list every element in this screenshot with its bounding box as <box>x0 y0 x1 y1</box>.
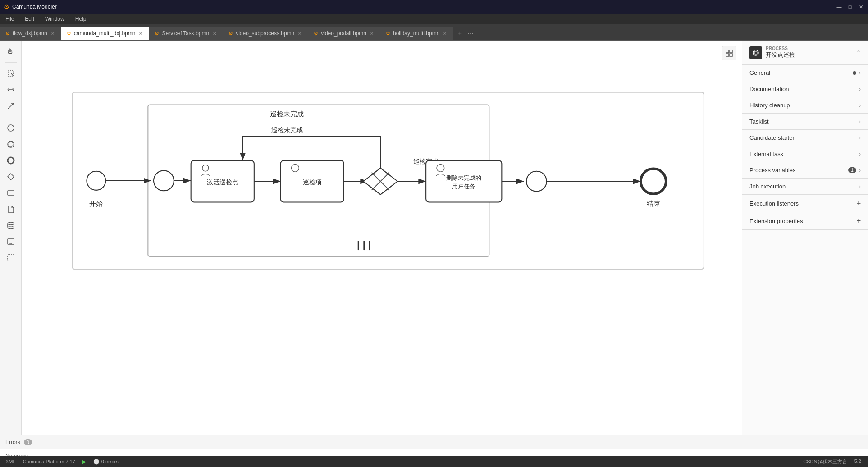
tab-holiday-multi[interactable]: ⚙ holiday_multi.bpmn ✕ <box>380 27 453 40</box>
svg-rect-22 <box>730 54 732 56</box>
tab-video-pralall[interactable]: ⚙ video_pralall.bpmn ✕ <box>308 27 380 40</box>
svg-text:结束: 结束 <box>647 200 660 207</box>
panel-section-candidate-starter[interactable]: Candidate starter › <box>742 130 868 146</box>
run-button[interactable]: ▶ <box>82 459 86 465</box>
section-label: External task <box>749 151 783 157</box>
tab-close[interactable]: ✕ <box>369 31 375 37</box>
section-label: Documentation <box>749 86 789 92</box>
section-left: Job execution <box>749 183 786 190</box>
errors-bar: Errors 0 <box>0 435 868 449</box>
process-type-label: PROCESS <box>766 46 853 51</box>
errors-label: Errors <box>5 439 20 445</box>
toolbar-separator <box>5 62 17 63</box>
toolbar-separator-2 <box>5 117 17 117</box>
tab-close[interactable]: ✕ <box>138 31 143 37</box>
intermediate-event-button[interactable] <box>4 137 18 151</box>
general-dot <box>853 71 856 75</box>
section-right: › <box>853 70 861 76</box>
section-label: Extension properties <box>749 218 803 224</box>
svg-point-11 <box>8 157 14 164</box>
titlebar: ⚙ Camunda Modeler — □ ✕ <box>0 0 868 14</box>
main-area: 巡检未完成 开始 激活巡检点 巡检项 <box>0 41 868 435</box>
minimize-button[interactable]: — <box>836 3 843 10</box>
menu-edit[interactable]: Edit <box>23 15 36 23</box>
tab-close[interactable]: ✕ <box>212 31 217 37</box>
gateway-button[interactable] <box>4 169 18 184</box>
svg-text:巡检项: 巡检项 <box>303 179 322 186</box>
play-icon: ▶ <box>82 459 86 465</box>
svg-text:激活巡检点: 激活巡检点 <box>207 179 238 186</box>
section-label: Process variables <box>749 167 796 174</box>
tab-close[interactable]: ✕ <box>50 31 55 37</box>
task-button[interactable] <box>4 186 18 200</box>
subprocess-button[interactable] <box>4 234 18 249</box>
data-object-button[interactable] <box>4 202 18 216</box>
panel-section-job-execution[interactable]: Job execution › <box>742 179 868 195</box>
tab-camunda-multi-dxj[interactable]: ⚙ camunda_multi_dxj.bpmn ✕ <box>61 27 150 40</box>
menu-window[interactable]: Window <box>43 15 66 23</box>
tab-close[interactable]: ✕ <box>442 31 448 37</box>
end-event-button[interactable] <box>4 153 18 168</box>
extension-properties-add-icon[interactable]: + <box>857 217 861 225</box>
panel-section-history-cleanup[interactable]: History cleanup › <box>742 97 868 114</box>
section-left: External task <box>749 151 783 157</box>
hand-tool-button[interactable] <box>4 44 18 59</box>
panel-section-extension-properties[interactable]: Extension properties + <box>742 212 868 230</box>
section-left: Extension properties <box>749 218 803 224</box>
tab-icon: ⚙ <box>386 31 390 37</box>
tab-icon: ⚙ <box>314 31 318 37</box>
tab-service1task[interactable]: ⚙ Service1Task.bpmn ✕ <box>149 27 223 40</box>
data-store-button[interactable] <box>4 218 18 233</box>
section-left: Documentation <box>749 86 789 92</box>
svg-line-1 <box>11 73 13 76</box>
menu-file[interactable]: File <box>4 15 16 23</box>
xml-label: XML <box>5 459 16 464</box>
panel-section-general[interactable]: General › <box>742 65 868 81</box>
close-button[interactable]: ✕ <box>857 3 864 10</box>
tab-label: holiday_multi.bpmn <box>393 30 439 37</box>
app-title: Camunda Modeler <box>12 4 57 10</box>
space-tool-button[interactable] <box>4 82 18 97</box>
panel-section-external-task[interactable]: External task › <box>742 146 868 162</box>
section-label: Job execution <box>749 183 786 190</box>
svg-point-10 <box>9 142 13 147</box>
execution-listeners-add-icon[interactable]: + <box>857 199 861 207</box>
tab-icon: ⚙ <box>5 31 10 37</box>
panel-section-tasklist[interactable]: Tasklist › <box>742 114 868 130</box>
tab-icon: ⚙ <box>67 31 71 37</box>
panel-section-execution-listeners[interactable]: Execution listeners + <box>742 195 868 212</box>
panel-collapse-icon[interactable]: ⌃ <box>856 50 861 56</box>
menubar: File Edit Window Help <box>0 14 868 24</box>
process-info: PROCESS 开发点巡检 <box>766 46 853 59</box>
chevron-right-icon: › <box>859 151 861 157</box>
svg-point-50 <box>526 171 547 192</box>
section-left: Tasklist <box>749 118 769 125</box>
tab-flow-dxj[interactable]: ⚙ flow_dxj.bpmn ✕ <box>0 27 61 40</box>
svg-rect-20 <box>730 50 732 53</box>
svg-point-8 <box>8 125 14 131</box>
panel-section-process-variables[interactable]: Process variables 1 › <box>742 162 868 179</box>
start-event-button[interactable] <box>4 121 18 135</box>
minimap-button[interactable] <box>722 46 736 60</box>
section-right: 1 › <box>848 167 861 174</box>
connect-tool-button[interactable] <box>4 99 18 113</box>
left-toolbar <box>0 41 22 435</box>
tab-label: video_pralall.bpmn <box>321 30 366 37</box>
tab-video-subprocess[interactable]: ⚙ video_subprocess.bpmn ✕ <box>223 27 308 40</box>
tab-close[interactable]: ✕ <box>297 31 302 37</box>
tab-label: video_subprocess.bpmn <box>236 30 294 37</box>
add-tab-button[interactable]: + <box>453 27 466 40</box>
maximize-button[interactable]: □ <box>846 3 854 10</box>
lasso-tool-button[interactable] <box>4 66 18 81</box>
bpmn-canvas[interactable]: 巡检未完成 开始 激活巡检点 巡检项 <box>22 41 742 435</box>
more-tabs-button[interactable]: ⋯ <box>466 27 475 40</box>
panel-section-documentation[interactable]: Documentation › <box>742 81 868 97</box>
panel-header: PROCESS 开发点巡检 ⌃ <box>742 41 868 65</box>
xml-button[interactable]: XML <box>5 459 16 464</box>
section-label: Candidate starter <box>749 134 795 141</box>
chevron-right-icon: › <box>859 70 861 76</box>
menu-help[interactable]: Help <box>73 15 88 23</box>
platform-label: Camunda Platform 7.17 <box>23 459 75 464</box>
errors-count-status: ⚪ 0 errors <box>93 459 119 465</box>
lasso-select-button[interactable] <box>4 251 18 265</box>
